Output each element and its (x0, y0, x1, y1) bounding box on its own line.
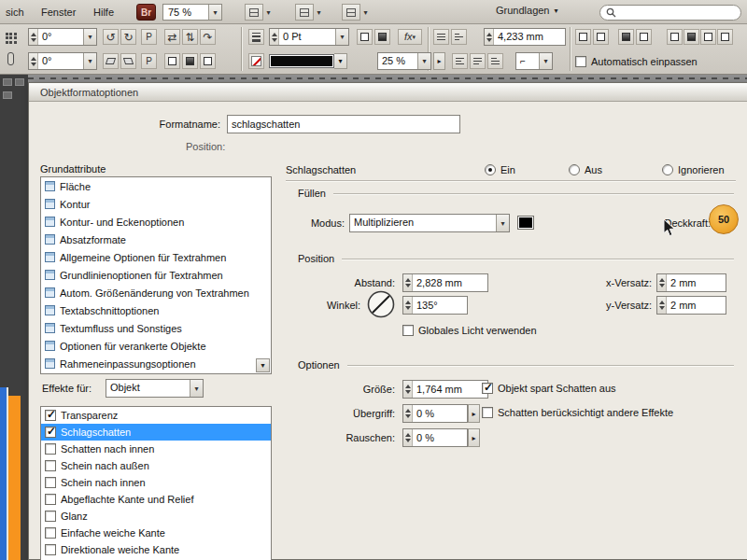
effects-list[interactable]: Transparenz Schlagschatten Schatten nach… (40, 406, 272, 560)
frame-width-value[interactable]: 4,233 mm (494, 29, 565, 45)
select-container-icon[interactable]: P (141, 53, 157, 69)
attribute-item[interactable]: Autom. Größenänderung von Textrahmen (41, 284, 271, 301)
view-options-button[interactable]: ▾ (245, 4, 274, 21)
position-proxy-icon[interactable]: P (141, 29, 157, 45)
frame-fitting-icon-1[interactable] (667, 29, 683, 45)
effect-item[interactable]: Direktionale weiche Kante (41, 541, 271, 558)
dropdown-arrow-icon[interactable]: ▾ (263, 4, 274, 21)
rotation-angle-value[interactable]: 0° (38, 29, 83, 45)
global-light-checkbox[interactable] (402, 325, 414, 336)
flip-vertical-icon[interactable]: ⇅ (182, 29, 198, 45)
spinner[interactable] (270, 29, 279, 45)
menu-hilfe[interactable]: Hilfe (88, 5, 120, 20)
align-center-icon[interactable] (470, 53, 486, 69)
stroke-weight-value[interactable]: 0 Pt (279, 29, 335, 45)
attribute-item[interactable]: Absatzformate (41, 231, 271, 248)
spread-field[interactable]: 0 % (402, 404, 468, 423)
stroke-color-swatch[interactable]: ▾ (269, 53, 347, 69)
effect-checkbox[interactable] (45, 527, 56, 539)
text-wrap-icon[interactable] (433, 29, 449, 45)
center-content-icon[interactable] (618, 29, 634, 45)
effect-checkbox[interactable] (45, 410, 56, 421)
spinner[interactable] (485, 29, 494, 45)
distance-field[interactable]: 2,828 mm (402, 273, 488, 292)
stroke-none-icon[interactable] (248, 53, 264, 69)
effect-checkbox[interactable] (45, 544, 56, 555)
frame-fitting-icon-4[interactable] (717, 29, 733, 45)
y-offset-field[interactable]: 2 mm (656, 296, 726, 315)
dropdown-arrow-icon[interactable]: ▾ (83, 29, 96, 45)
knockout-checkbox[interactable] (482, 383, 493, 394)
panel-icon[interactable] (15, 78, 24, 86)
shadow-color-swatch[interactable] (517, 216, 534, 230)
radio-ignorieren[interactable]: Ignorieren (662, 163, 725, 176)
noise-flyout-arrow-icon[interactable]: ▸ (468, 428, 480, 447)
tint-value[interactable]: 25 % (378, 53, 417, 69)
blend-mode-select[interactable]: Multiplizieren ▾ (349, 214, 510, 232)
shear-right-icon[interactable] (120, 53, 136, 69)
effect-item[interactable]: Abgeflachte Kante und Relief (41, 491, 271, 508)
gradient-swatch-icon[interactable] (374, 29, 390, 45)
size-field[interactable]: 1,764 mm (402, 380, 488, 399)
effect-checkbox[interactable] (45, 443, 56, 455)
attribute-item[interactable]: Fläche (41, 177, 271, 195)
zoom-level-combo[interactable]: 75 % ▾ (162, 4, 222, 21)
fit-content-icon[interactable] (575, 29, 591, 45)
fit-proportional-icon[interactable] (636, 29, 652, 45)
attribute-item[interactable]: Optionen für verankerte Objekte (41, 337, 271, 355)
dropdown-arrow-icon[interactable]: ▾ (496, 215, 509, 231)
effect-item[interactable]: Schein nach außen (41, 457, 271, 474)
spinner[interactable] (29, 29, 38, 45)
spinner[interactable] (657, 274, 667, 291)
size-value[interactable]: 1,764 mm (413, 381, 487, 398)
attribute-item[interactable]: Allgemeine Optionen für Textrahmen (41, 248, 271, 266)
select-next-icon[interactable] (200, 53, 216, 69)
formatname-input[interactable]: schlagschatten (227, 115, 460, 133)
radio-button[interactable] (662, 164, 673, 175)
effect-checkbox[interactable] (45, 477, 56, 488)
dropdown-arrow-icon[interactable]: ▾ (334, 53, 347, 69)
effects-for-select[interactable]: Objekt ▾ (106, 379, 204, 398)
dropdown-arrow-icon[interactable]: ▾ (314, 4, 324, 21)
shear-angle-value[interactable]: 0° (38, 53, 83, 69)
basic-attributes-list[interactable]: Fläche Kontur Kontur- und Eckenoptionen … (40, 176, 272, 374)
corner-options-combo[interactable]: ⌐ ▾ (515, 52, 553, 70)
workspace-switcher[interactable]: Grundlagen ▾ (496, 5, 558, 16)
rotation-angle-combo[interactable]: 0° ▾ (28, 28, 97, 46)
radio-ein[interactable]: Ein (485, 163, 515, 176)
rotate-180-icon[interactable]: ↷ (200, 29, 216, 45)
spread-flyout-arrow-icon[interactable]: ▸ (468, 404, 480, 423)
autofit-checkbox[interactable] (575, 56, 586, 67)
angle-field[interactable]: 135° (402, 296, 468, 315)
effect-item[interactable]: Glanz (41, 508, 271, 525)
tint-flyout-arrow-icon[interactable]: ▸ (433, 52, 445, 70)
effect-checkbox[interactable] (45, 427, 56, 438)
effects-fx-button[interactable]: fx▾ (398, 29, 422, 45)
spinner[interactable] (403, 274, 413, 291)
reference-point-proxy-icon[interactable] (5, 32, 18, 45)
scroll-down-button[interactable]: ▼ (256, 358, 270, 372)
angle-dial[interactable] (365, 288, 397, 320)
honor-effects-checkbox[interactable] (482, 407, 493, 418)
knockout-checkbox-row[interactable]: Objekt spart Schatten aus (482, 382, 616, 395)
search-box[interactable] (599, 5, 741, 21)
align-left-icon[interactable] (452, 53, 468, 69)
shear-left-icon[interactable] (103, 53, 119, 69)
effect-item[interactable]: Einfache weiche Kante (41, 525, 271, 541)
global-light-checkbox-row[interactable]: Globales Licht verwenden (402, 324, 537, 337)
dropdown-arrow-icon[interactable]: ▾ (539, 53, 552, 69)
attribute-item[interactable]: Kontur- und Eckenoptionen (41, 213, 271, 231)
radio-button[interactable] (569, 164, 580, 175)
attribute-item[interactable]: Textumfluss und Sonstiges (41, 319, 271, 337)
effect-item[interactable]: Transparenz (41, 407, 271, 424)
dropdown-arrow-icon[interactable]: ▾ (83, 53, 96, 69)
effect-checkbox[interactable] (45, 511, 56, 522)
rotate-cw-icon[interactable]: ↻ (120, 29, 136, 45)
spinner[interactable] (29, 53, 38, 69)
select-content-icon[interactable] (164, 53, 180, 69)
frame-width-combo[interactable]: 4,233 mm (484, 28, 566, 46)
x-offset-value[interactable]: 2 mm (667, 274, 726, 291)
constrain-proportions-icon[interactable] (7, 52, 14, 65)
effect-item[interactable]: Schatten nach innen (41, 441, 271, 457)
honor-effects-checkbox-row[interactable]: Schatten berücksichtigt andere Effekte (482, 406, 673, 419)
